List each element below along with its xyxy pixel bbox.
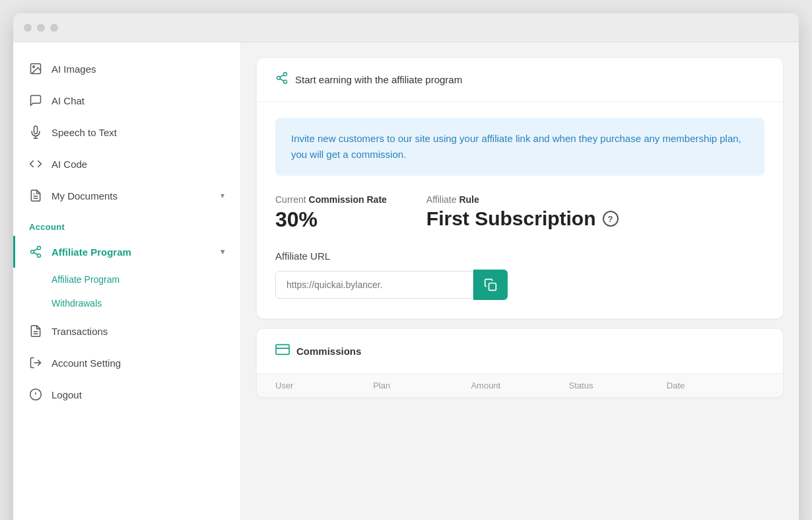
share-icon-sidebar xyxy=(29,245,42,258)
my-documents-chevron: ▾ xyxy=(220,191,224,200)
sidebar-item-affiliate-program[interactable]: Affiliate Program ▾ xyxy=(13,236,240,268)
svg-line-20 xyxy=(280,79,284,81)
commission-rate-value: 30% xyxy=(275,207,387,232)
sidebar-label-speech-to-text: Speech to Text xyxy=(51,127,224,138)
titlebar xyxy=(13,13,799,42)
affiliate-program-chevron: ▾ xyxy=(220,247,224,256)
svg-rect-23 xyxy=(276,345,289,355)
image-icon xyxy=(29,62,42,75)
sidebar-label-ai-chat: AI Chat xyxy=(51,95,224,106)
sidebar-subitem-affiliate-program[interactable]: Affiliate Program xyxy=(13,268,240,291)
sidebar-label-ai-code: AI Code xyxy=(51,159,224,170)
col-header-5: Date xyxy=(667,381,764,390)
transactions-icon xyxy=(29,324,42,338)
info-banner: Invite new customers to our site using y… xyxy=(275,118,764,176)
app-body: AI Images AI Chat xyxy=(13,42,799,520)
col-header-2: Plan xyxy=(373,381,471,390)
sidebar-item-account-setting[interactable]: Account Setting xyxy=(13,347,240,379)
account-setting-icon xyxy=(29,356,42,369)
col-header-1: User xyxy=(275,381,373,390)
col-header-4: Status xyxy=(569,381,667,390)
col-header-3: Amount xyxy=(471,381,568,390)
doc-icon xyxy=(29,189,42,202)
card-body: Invite new customers to our site using y… xyxy=(257,102,783,318)
sidebar-item-ai-chat[interactable]: AI Chat xyxy=(13,85,240,116)
sidebar-item-speech-to-text[interactable]: Speech to Text xyxy=(13,116,240,148)
affiliate-url-section: Affiliate URL xyxy=(275,250,764,300)
sidebar-label-affiliate-program: Affiliate Program xyxy=(51,246,211,258)
money-icon xyxy=(275,342,290,360)
svg-point-17 xyxy=(284,73,287,76)
svg-point-8 xyxy=(38,254,41,257)
help-icon[interactable]: ? xyxy=(603,211,619,227)
sidebar-item-ai-code[interactable]: AI Code xyxy=(13,148,240,180)
sidebar: AI Images AI Chat xyxy=(13,42,241,520)
sidebar-item-ai-images[interactable]: AI Images xyxy=(13,53,240,85)
chat-icon xyxy=(29,94,42,107)
titlebar-dot-3 xyxy=(50,24,58,32)
sidebar-label-account-setting: Account Setting xyxy=(51,357,224,369)
svg-point-18 xyxy=(277,77,281,80)
sidebar-subitem-label-affiliate: Affiliate Program xyxy=(51,274,119,285)
logout-icon xyxy=(29,388,42,401)
affiliate-rule-block: Affiliate Rule First Subscription ? xyxy=(426,194,619,232)
copy-url-button[interactable] xyxy=(473,270,508,300)
svg-line-21 xyxy=(280,75,284,77)
sidebar-label-my-documents: My Documents xyxy=(51,190,211,202)
affiliate-url-input-row xyxy=(275,270,764,300)
affiliate-url-label: Affiliate URL xyxy=(275,250,764,262)
info-banner-text: Invite new customers to our site using y… xyxy=(291,131,749,163)
sidebar-item-logout[interactable]: Logout xyxy=(13,379,240,410)
svg-line-10 xyxy=(34,248,38,250)
affiliate-program-card: Start earning with the affiliate program… xyxy=(257,58,783,318)
sidebar-label-logout: Logout xyxy=(51,389,224,400)
affiliate-rule-value: First Subscription ? xyxy=(426,207,619,230)
commissions-title: Commissions xyxy=(296,346,361,357)
main-content: Start earning with the affiliate program… xyxy=(241,42,799,520)
sidebar-item-transactions[interactable]: Transactions xyxy=(13,315,240,347)
sidebar-item-my-documents[interactable]: My Documents ▾ xyxy=(13,180,240,211)
mic-icon xyxy=(29,126,42,139)
commissions-header: Commissions xyxy=(257,329,783,373)
sidebar-subitem-withdrawals[interactable]: Withdrawals xyxy=(13,291,240,315)
commission-rate-label: Current Commission Rate xyxy=(275,194,387,205)
share-icon-header xyxy=(275,71,288,88)
sidebar-label-ai-images: AI Images xyxy=(51,63,224,75)
account-section-label: Account xyxy=(13,211,240,236)
commission-rate-block: Current Commission Rate 30% xyxy=(275,194,387,232)
svg-point-6 xyxy=(38,246,41,250)
commissions-table-header: User Plan Amount Status Date xyxy=(257,373,783,397)
stats-row: Current Commission Rate 30% Affiliate Ru… xyxy=(275,194,764,232)
sidebar-label-transactions: Transactions xyxy=(51,326,224,337)
affiliate-url-input[interactable] xyxy=(275,271,473,299)
card-header: Start earning with the affiliate program xyxy=(257,58,783,102)
svg-point-19 xyxy=(284,80,287,83)
svg-point-1 xyxy=(33,66,35,68)
svg-line-9 xyxy=(34,252,38,254)
svg-rect-22 xyxy=(489,283,496,291)
commissions-card: Commissions User Plan Amount Status Date xyxy=(257,329,783,397)
app-window: AI Images AI Chat xyxy=(13,13,799,520)
titlebar-dot-1 xyxy=(24,24,32,32)
code-icon xyxy=(29,157,42,170)
card-title: Start earning with the affiliate program xyxy=(295,74,462,85)
sidebar-subitem-label-withdrawals: Withdrawals xyxy=(51,298,102,309)
affiliate-rule-label: Affiliate Rule xyxy=(426,194,619,205)
svg-point-7 xyxy=(31,250,34,254)
titlebar-dot-2 xyxy=(37,24,45,32)
